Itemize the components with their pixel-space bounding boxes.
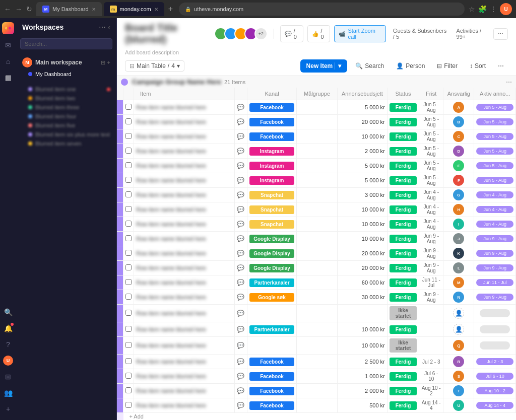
table-row[interactable]: Row item name blurred here 💬 Instagram 2…	[117, 144, 516, 159]
row-chat-cell[interactable]: 💬	[235, 159, 247, 173]
tab-dashboard[interactable]: M My Dashboard ✕	[36, 2, 102, 16]
row-checkbox-cell[interactable]	[123, 246, 134, 261]
row-checkbox[interactable]	[125, 402, 132, 408]
sidebar-collapse-button[interactable]: ‹	[108, 23, 110, 31]
status-badge[interactable]: Ferdig	[390, 278, 417, 287]
row-checkbox-cell[interactable]	[123, 305, 134, 322]
row-checkbox[interactable]	[125, 279, 132, 285]
table-row[interactable]: Row item name blurred here 💬 10 000 kr I…	[117, 337, 516, 355]
sidebar-nav-item-1[interactable]: Blurred item one	[16, 85, 116, 94]
row-chat-cell[interactable]: 💬	[235, 384, 247, 398]
row-checkbox[interactable]	[125, 118, 132, 124]
row-checkbox-cell[interactable]	[123, 337, 134, 355]
guests-button[interactable]: Guests & Subscribers / 5	[390, 26, 453, 42]
new-item-button[interactable]: New Item ▾	[300, 59, 348, 73]
user-profile-icon[interactable]: U	[1, 354, 15, 368]
tab-monday[interactable]: m monday.com ✕	[104, 2, 164, 16]
kanal-badge[interactable]: Facebook	[249, 401, 294, 410]
table-row[interactable]: Row item name blurred here 💬 Ikke starte…	[117, 305, 516, 322]
sidebar-nav-item-3[interactable]: Blurred item three	[16, 103, 116, 112]
row-chat-cell[interactable]: 💬	[235, 232, 247, 246]
kanal-badge[interactable]: Partnerkanaler	[249, 325, 294, 334]
view-icon[interactable]: ⊞	[101, 59, 105, 66]
row-checkbox[interactable]	[125, 387, 132, 393]
row-checkbox[interactable]	[125, 235, 132, 241]
status-badge[interactable]: Ferdig	[390, 358, 417, 366]
workspace-item[interactable]: M Main workspace ⊞ +	[16, 55, 116, 69]
status-badge[interactable]: Ferdig	[390, 220, 417, 229]
row-checkbox[interactable]	[125, 148, 132, 154]
row-checkbox[interactable]	[125, 162, 132, 168]
sidebar-nav-item-6[interactable]: Blurred item six plus more text	[16, 130, 116, 139]
tab-close-dashboard[interactable]: ✕	[92, 7, 96, 12]
home-icon[interactable]: ⌂	[1, 54, 15, 68]
row-checkbox-cell[interactable]	[123, 355, 134, 369]
status-badge[interactable]: Ikke startet	[390, 306, 417, 320]
row-checkbox-cell[interactable]	[123, 129, 134, 144]
row-chat-cell[interactable]: 💬	[235, 290, 247, 305]
kanal-badge[interactable]: Facebook	[249, 118, 294, 126]
table-row[interactable]: Row item name blurred here 💬 Partnerkana…	[117, 322, 516, 337]
row-chat-cell[interactable]: 💬	[235, 305, 247, 322]
kanal-badge[interactable]: Facebook	[249, 103, 294, 112]
row-chat-cell[interactable]: 💬	[235, 246, 247, 261]
kanal-badge[interactable]: Facebook	[249, 132, 294, 141]
person-button[interactable]: 👤 Person	[392, 60, 429, 72]
table-row[interactable]: Row item name blurred here 💬 Facebook 1 …	[117, 369, 516, 384]
row-chat-cell[interactable]: 💬	[235, 322, 247, 337]
table-row[interactable]: Row item name blurred here 💬 Instagram 5…	[117, 159, 516, 173]
sidebar-more-button[interactable]: ⋯	[99, 23, 106, 31]
back-button[interactable]: ←	[4, 5, 11, 13]
status-badge[interactable]: Ferdig	[390, 132, 417, 141]
kanal-badge[interactable]: Partnerkanaler	[249, 278, 294, 287]
filter-button[interactable]: ⊟ Filter	[433, 60, 462, 72]
kanal-badge[interactable]: Facebook	[249, 372, 294, 381]
row-checkbox[interactable]	[125, 373, 132, 379]
kanal-badge[interactable]: Google Display	[249, 235, 294, 243]
row-checkbox-cell[interactable]	[123, 202, 134, 217]
group-1-more-icon[interactable]: ⋯	[506, 79, 512, 86]
row-chat-cell[interactable]: 💬	[235, 398, 247, 413]
address-bar[interactable]: 🔒 utheve.monday.com	[179, 3, 465, 16]
chat-count-button[interactable]: 💬 / 0	[280, 25, 303, 42]
kanal-badge[interactable]: Instagram	[249, 147, 294, 156]
status-badge[interactable]: Ferdig	[390, 293, 417, 302]
row-chat-cell[interactable]: 💬	[235, 144, 247, 159]
table-row[interactable]: Row item name blurred here 💬 Google Disp…	[117, 246, 516, 261]
status-badge[interactable]: Ferdig	[390, 372, 417, 381]
row-checkbox-cell[interactable]	[123, 232, 134, 246]
teams-icon[interactable]: 👥	[1, 386, 15, 400]
monday-logo[interactable]	[2, 22, 14, 34]
more-toolbar-button[interactable]: ⋯	[494, 60, 508, 72]
row-checkbox[interactable]	[125, 326, 132, 332]
browser-nav[interactable]: ← → ↻	[4, 5, 32, 13]
status-badge[interactable]: Ferdig	[390, 103, 417, 112]
row-checkbox-cell[interactable]	[123, 322, 134, 337]
table-row[interactable]: Row item name blurred here 💬 Google Disp…	[117, 232, 516, 246]
row-checkbox[interactable]	[125, 104, 132, 110]
extension-icon[interactable]: 🧩	[478, 5, 487, 13]
kanal-badge[interactable]: Google Display	[249, 249, 294, 258]
table-row[interactable]: Row item name blurred here 💬 Google søk …	[117, 290, 516, 305]
row-chat-cell[interactable]: 💬	[235, 202, 247, 217]
status-badge[interactable]: Ferdig	[390, 325, 417, 334]
sidebar-nav-item-4[interactable]: Blurred item four	[16, 112, 116, 121]
row-checkbox[interactable]	[125, 177, 132, 183]
row-chat-cell[interactable]: 💬	[235, 217, 247, 232]
table-row[interactable]: Row item name blurred here 💬 Google Disp…	[117, 261, 516, 275]
status-badge[interactable]: Ferdig	[390, 205, 417, 214]
apps-icon[interactable]: ⊞	[1, 370, 15, 384]
activities-button[interactable]: Activities / 99+	[457, 28, 489, 40]
row-chat-cell[interactable]: 💬	[235, 173, 247, 188]
sidebar-item-dashboard[interactable]: My Dashboard	[16, 69, 116, 79]
kanal-badge[interactable]: Google Display	[249, 264, 294, 272]
row-chat-cell[interactable]: 💬	[235, 369, 247, 384]
row-checkbox[interactable]	[125, 310, 132, 316]
row-checkbox-cell[interactable]	[123, 115, 134, 129]
table-row[interactable]: Row item name blurred here 💬 Facebook 10…	[117, 129, 516, 144]
row-chat-cell[interactable]: 💬	[235, 337, 247, 355]
search-button[interactable]: 🔍 Search	[351, 60, 388, 72]
table-row[interactable]: Row item name blurred here 💬 Facebook 2 …	[117, 355, 516, 369]
table-row[interactable]: Row item name blurred here 💬 Snapchat 3 …	[117, 188, 516, 202]
table-row[interactable]: Row item name blurred here 💬 Facebook 2 …	[117, 384, 516, 398]
